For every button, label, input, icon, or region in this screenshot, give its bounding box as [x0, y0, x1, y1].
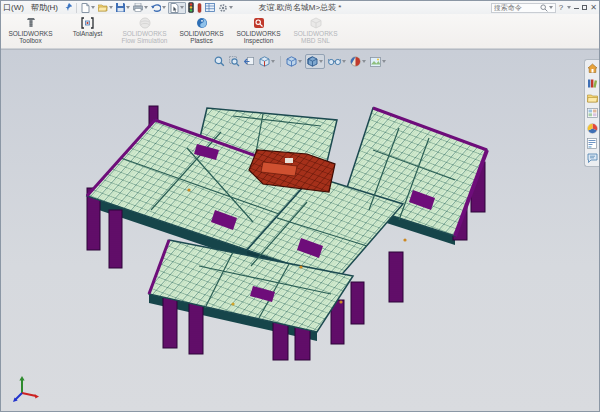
save-icon [116, 3, 125, 12]
dropdown-arrow-icon [229, 6, 233, 9]
rebuild-button[interactable] [187, 2, 195, 14]
view-orientation-button[interactable] [285, 55, 303, 68]
print-button[interactable] [132, 2, 149, 14]
select-button[interactable] [168, 2, 186, 14]
plastics-icon [196, 16, 208, 29]
triad-axes [13, 376, 39, 402]
section-view-button[interactable] [258, 55, 276, 68]
design-library-icon [587, 78, 598, 89]
appearances-scenes-tab[interactable] [586, 122, 598, 134]
zoom-to-fit-icon [214, 56, 225, 67]
zoom-to-area-icon [229, 56, 240, 67]
dropdown-arrow-icon [382, 60, 386, 63]
open-folder-icon [98, 3, 108, 12]
addin-plastics[interactable]: SOLIDWORKS Plastics [173, 15, 230, 48]
inspection-icon [253, 16, 265, 29]
view-palette-tab[interactable] [586, 107, 598, 119]
display-style-button[interactable] [305, 54, 325, 69]
mbd-snl-icon [310, 16, 322, 29]
dropdown-arrow-icon [362, 60, 366, 63]
tolanalyst-icon [81, 16, 94, 29]
restore-button[interactable] [582, 3, 587, 12]
addin-label: TolAnalyst [73, 30, 103, 37]
display-style-icon [307, 56, 318, 67]
minimize-button[interactable] [574, 3, 579, 12]
toolbar-separator [76, 3, 77, 13]
view-palette-icon [587, 108, 598, 118]
task-pane-tabs [584, 59, 599, 167]
addin-inspection[interactable]: SOLIDWORKS Inspection [230, 15, 287, 48]
dropdown-arrow-icon [144, 6, 148, 9]
addin-tolanalyst[interactable]: TolAnalyst [59, 15, 116, 48]
minimize-icon [574, 8, 579, 9]
folder-icon [587, 93, 598, 103]
custom-properties-tab[interactable] [586, 137, 598, 149]
view-orientation-cube-icon [286, 56, 297, 67]
appearance-ball-icon [350, 56, 361, 67]
addin-solidworks-toolbox[interactable]: SOLIDWORKS Toolbox [2, 15, 59, 48]
previous-view-button[interactable] [243, 55, 256, 68]
gear-icon [218, 3, 228, 13]
addin-flow-simulation[interactable]: SOLIDWORKS Flow Simulation [116, 15, 173, 48]
material-button[interactable] [196, 2, 203, 14]
save-button[interactable] [115, 2, 131, 14]
hide-show-items-button[interactable] [327, 56, 347, 67]
help-dropdown-arrow-icon[interactable] [567, 6, 571, 9]
solidworks-resources-tab[interactable] [586, 62, 598, 74]
search-icon[interactable] [540, 4, 548, 12]
toolbox-bolt-icon [25, 16, 37, 29]
zoom-to-fit-button[interactable] [213, 55, 226, 68]
apply-scene-button[interactable] [369, 56, 387, 68]
headsup-view-toolbar [213, 54, 387, 69]
properties-grid-icon [205, 3, 215, 12]
quick-access-toolbar [80, 2, 234, 14]
addin-label: SOLIDWORKS Plastics [173, 30, 230, 45]
title-bar: 口(W) 帮助(H) [1, 1, 599, 14]
addin-label: SOLIDWORKS Toolbox [2, 30, 59, 45]
undo-button[interactable] [150, 2, 167, 14]
dropdown-arrow-icon [91, 6, 95, 9]
traffic-light-icon [188, 2, 194, 13]
menu-item-help[interactable]: 帮助(H) [31, 2, 58, 13]
edit-appearance-button[interactable] [349, 55, 367, 68]
new-document-icon [81, 3, 90, 13]
select-cursor-icon [170, 3, 179, 13]
menu-item-window[interactable]: 口(W) [3, 2, 24, 13]
addin-label: SOLIDWORKS Flow Simulation [116, 30, 173, 45]
addin-label: SOLIDWORKS MBD SNL [287, 30, 344, 45]
dropdown-arrow-icon [109, 6, 113, 9]
addin-label: SOLIDWORKS Inspection [230, 30, 287, 45]
dropdown-arrow-icon [162, 6, 166, 9]
close-button[interactable]: ✕ [590, 3, 597, 13]
search-box[interactable] [491, 3, 556, 13]
home-icon [587, 63, 598, 74]
section-view-icon [259, 56, 270, 67]
file-properties-button[interactable] [204, 2, 216, 14]
search-dropdown-arrow-icon[interactable] [549, 6, 553, 9]
solidworks-window: 口(W) 帮助(H) [0, 0, 600, 412]
help-button[interactable]: ? [559, 3, 563, 13]
design-library-tab[interactable] [586, 77, 598, 89]
material-indicator-icon [197, 3, 202, 13]
dropdown-arrow-icon [319, 60, 323, 63]
restore-icon [582, 5, 587, 10]
addin-mbd-snl[interactable]: SOLIDWORKS MBD SNL [287, 15, 344, 48]
options-button[interactable] [217, 2, 234, 14]
graphics-viewport[interactable] [1, 49, 599, 411]
pin-menu-icon[interactable] [65, 3, 73, 12]
dropdown-arrow-icon [180, 6, 184, 9]
open-button[interactable] [97, 2, 114, 14]
file-explorer-tab[interactable] [586, 92, 598, 104]
model-3d-assembly[interactable] [1, 50, 599, 411]
print-icon [133, 3, 143, 12]
dropdown-arrow-icon [342, 60, 346, 63]
previous-view-icon [244, 56, 255, 67]
search-input[interactable] [494, 4, 540, 11]
new-document-button[interactable] [80, 2, 96, 14]
flow-simulation-icon [139, 16, 151, 29]
solidworks-forum-tab[interactable] [586, 152, 598, 164]
zoom-to-area-button[interactable] [228, 55, 241, 68]
beach-ball-icon [587, 123, 598, 134]
dropdown-arrow-icon [298, 60, 302, 63]
addins-toolbar: SOLIDWORKS Toolbox TolAnalyst SOLIDWORKS… [1, 14, 599, 49]
